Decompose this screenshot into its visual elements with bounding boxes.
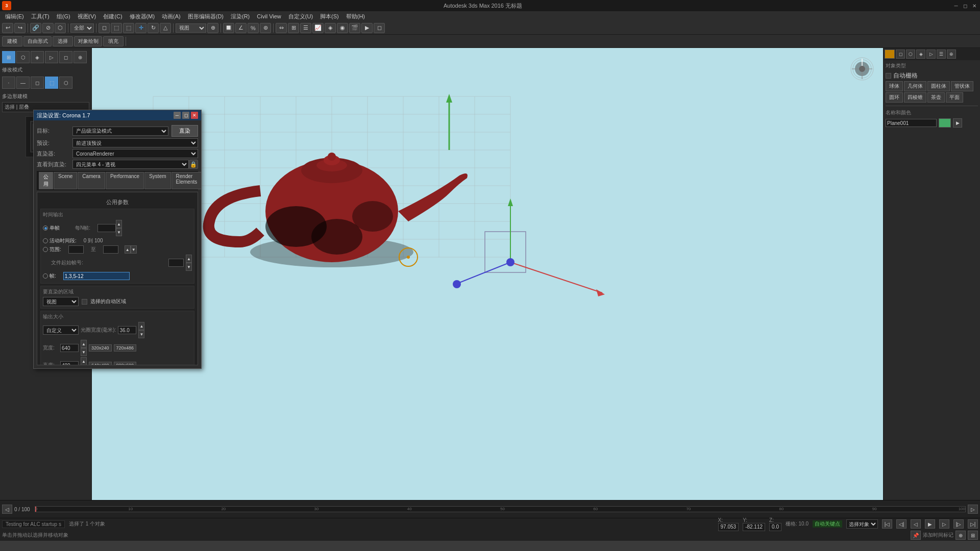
frames-value-input[interactable] xyxy=(63,272,130,280)
lp-border-button[interactable]: ◻ xyxy=(31,77,44,89)
dialog-close-button[interactable]: ✕ xyxy=(191,112,198,119)
select-move-button[interactable]: ✛ xyxy=(135,23,146,33)
apt-down[interactable]: ▼ xyxy=(138,330,144,338)
select-region-button[interactable]: ⬚ xyxy=(111,23,122,33)
select-scale-button[interactable]: △ xyxy=(160,23,171,33)
size-800x600[interactable]: 800x600 xyxy=(114,362,137,365)
obj-cylinder-button[interactable]: 圆柱体 xyxy=(927,81,950,91)
object-name-input[interactable] xyxy=(886,119,937,127)
rp-tab6[interactable]: ⊕ xyxy=(947,49,956,59)
playback-last[interactable]: ▷| xyxy=(968,519,978,529)
ribbon-populate[interactable]: 填充 xyxy=(103,36,124,46)
ribbon-modeling[interactable]: 建模 xyxy=(2,36,22,46)
lp-element-button[interactable]: ⬡ xyxy=(59,77,72,89)
rp-tab4[interactable]: ▷ xyxy=(926,49,936,59)
menu-modifiers[interactable]: 修改器(M) xyxy=(127,12,158,21)
target-select[interactable]: 产品级渲染模式 xyxy=(72,127,168,136)
size-640x480[interactable]: 640x480 xyxy=(89,362,112,365)
use-pivot-point-button[interactable]: ⊕ xyxy=(207,23,218,33)
height-input[interactable] xyxy=(60,361,79,365)
redo-button[interactable]: ↪ xyxy=(14,23,26,33)
file-num-input[interactable] xyxy=(168,259,184,267)
range-to-input[interactable] xyxy=(103,245,118,254)
renderer-select[interactable]: CoronaRenderer xyxy=(72,149,198,158)
auto-key-label[interactable]: 自动关键点 xyxy=(813,520,842,528)
dialog-maximize-button[interactable]: ◻ xyxy=(182,112,189,119)
playback-prev-key[interactable]: ◁| xyxy=(896,519,906,529)
menu-views[interactable]: 视图(V) xyxy=(75,12,100,21)
rp-tab3[interactable]: ◈ xyxy=(916,49,925,59)
tab-camera[interactable]: Camera xyxy=(78,172,105,189)
menu-graph-editors[interactable]: 图形编辑器(D) xyxy=(185,12,227,21)
rp-tab2[interactable]: ⬡ xyxy=(906,49,915,59)
n-frames-down[interactable]: ▼ xyxy=(116,228,122,236)
tab-render-elements[interactable]: Render Elements xyxy=(172,172,202,189)
single-frame-radio[interactable]: 单帧 xyxy=(43,224,60,232)
apt-up[interactable]: ▲ xyxy=(138,322,144,330)
rp-tab5[interactable]: ☰ xyxy=(937,49,946,59)
angle-snap-button[interactable]: ∠ xyxy=(235,23,247,33)
tab-system[interactable]: System xyxy=(144,172,170,189)
file-num-down[interactable]: ▼ xyxy=(186,263,192,271)
undo-button[interactable]: ↩ xyxy=(2,23,13,33)
obj-teapot-button[interactable]: 茶壶 xyxy=(927,92,945,103)
obj-pyramid-button[interactable]: 四棱锥 xyxy=(904,92,926,103)
render-dialog-titlebar[interactable]: 渲染设置: Corona 1.7 ─ ◻ ✕ xyxy=(34,110,201,120)
lp-create-tab[interactable]: ⊞ xyxy=(2,51,15,63)
ribbon-object-paint[interactable]: 对象绘制 xyxy=(74,36,102,46)
lock-view-button[interactable]: 🔒 xyxy=(189,160,198,169)
ribbon-freeform[interactable]: 自由形式 xyxy=(23,36,52,46)
menu-civil-view[interactable]: Civil View xyxy=(254,13,284,20)
select-object-button[interactable]: ◻ xyxy=(99,23,110,33)
mirror-button[interactable]: ⇔ xyxy=(276,23,287,33)
bind-to-space-button[interactable]: ⬡ xyxy=(55,23,66,33)
width-input[interactable] xyxy=(60,344,79,352)
select-link-button[interactable]: 🔗 xyxy=(30,23,41,33)
lp-modify-tab[interactable]: ⬡ xyxy=(16,51,30,63)
width-up[interactable]: ▲ xyxy=(81,340,87,348)
select-mode-select[interactable]: 选择对象 xyxy=(846,519,878,529)
render-setup-button[interactable]: 🎬 xyxy=(349,23,360,33)
n-frames-input[interactable] xyxy=(97,224,116,232)
range-radio[interactable]: 范围: xyxy=(43,246,61,253)
layer-manager-button[interactable]: ☰ xyxy=(300,23,311,33)
lp-edge-button[interactable]: — xyxy=(16,77,30,89)
auto-grid-checkbox[interactable] xyxy=(886,73,891,79)
n-frames-up[interactable]: ▲ xyxy=(116,220,122,228)
menu-help[interactable]: 帮助(H) xyxy=(343,12,368,21)
lp-polygon-button[interactable]: ⬚ xyxy=(45,77,58,89)
rp-color-btn[interactable] xyxy=(885,49,895,59)
maximize-button[interactable]: ◻ xyxy=(962,2,969,9)
select-rotate-button[interactable]: ↻ xyxy=(148,23,159,33)
unlink-button[interactable]: ⊘ xyxy=(42,23,54,33)
key-mode-toggle[interactable]: ⊕ xyxy=(955,531,966,540)
dialog-minimize-button[interactable]: ─ xyxy=(174,112,181,119)
tab-common[interactable]: 公用 xyxy=(39,172,53,189)
frames-radio[interactable]: 帧: xyxy=(43,272,56,280)
render-button[interactable]: 直染 xyxy=(172,125,198,137)
add-time-tag-button[interactable]: 📌 xyxy=(911,531,921,540)
viewport[interactable] xyxy=(92,48,883,500)
lp-display-tab[interactable]: ◻ xyxy=(59,51,72,63)
file-num-up[interactable]: ▲ xyxy=(186,255,192,263)
set-key-filter[interactable]: ⊞ xyxy=(968,531,978,540)
playback-play[interactable]: ▶ xyxy=(925,519,935,529)
tab-performance[interactable]: Performance xyxy=(106,172,144,189)
expand-arrow[interactable]: ▶ xyxy=(953,118,962,128)
menu-animation[interactable]: 动画(A) xyxy=(159,12,184,21)
range-spin-down[interactable]: ▼ xyxy=(131,245,137,254)
lp-vertex-button[interactable]: · xyxy=(2,77,15,89)
lp-utilities-tab[interactable]: ⊕ xyxy=(74,51,87,63)
tab-scene[interactable]: Scene xyxy=(54,172,77,189)
menu-tools[interactable]: 工具(T) xyxy=(28,12,53,21)
size-720x486[interactable]: 720x486 xyxy=(114,344,137,352)
view-select[interactable]: 四元菜单 4 - 透视 xyxy=(72,160,189,169)
timeline-left-expand[interactable]: ◁ xyxy=(2,505,12,514)
preset-select[interactable]: 前进顶预设 xyxy=(72,138,198,147)
range-from-input[interactable] xyxy=(68,245,84,254)
align-button[interactable]: ⊞ xyxy=(288,23,299,33)
region-type-select[interactable]: 视图 xyxy=(43,297,79,306)
menu-edit[interactable]: 编辑(E) xyxy=(2,12,27,21)
playback-first[interactable]: |◁ xyxy=(882,519,892,529)
ribbon-selection[interactable]: 选择 xyxy=(53,36,73,46)
